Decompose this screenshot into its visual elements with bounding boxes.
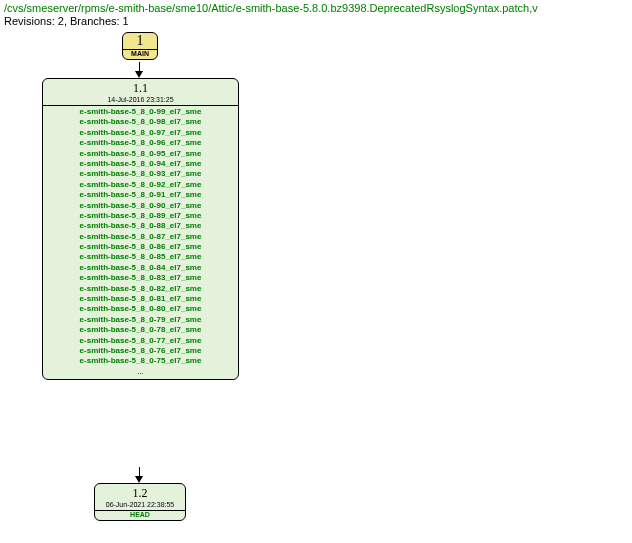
tag-item: e-smith-base-5_8_0-75_el7_sme	[47, 356, 234, 366]
tag-item: e-smith-base-5_8_0-88_el7_sme	[47, 221, 234, 231]
revision-number: 1.2	[95, 484, 185, 501]
tag-item: e-smith-base-5_8_0-85_el7_sme	[47, 252, 234, 262]
tag-item: e-smith-base-5_8_0-99_el7_sme	[47, 107, 234, 117]
revision-node-1-2[interactable]: 1.2 06-Jun-2021 22:38:55 HEAD	[94, 483, 186, 521]
revision-node-1-1[interactable]: 1.1 14-Jul-2016 23:31:25 e-smith-base-5_…	[42, 78, 239, 380]
tag-item: e-smith-base-5_8_0-96_el7_sme	[47, 138, 234, 148]
tag-item: e-smith-base-5_8_0-86_el7_sme	[47, 242, 234, 252]
revision-number: 1.1	[43, 79, 238, 96]
tag-item: e-smith-base-5_8_0-83_el7_sme	[47, 273, 234, 283]
tag-item: e-smith-base-5_8_0-78_el7_sme	[47, 325, 234, 335]
branch-label: MAIN	[123, 50, 157, 59]
branch-number: 1	[123, 33, 157, 49]
tag-item: e-smith-base-5_8_0-93_el7_sme	[47, 169, 234, 179]
tag-list: e-smith-base-5_8_0-99_el7_smee-smith-bas…	[43, 106, 238, 379]
tag-item: e-smith-base-5_8_0-97_el7_sme	[47, 128, 234, 138]
tag-item: e-smith-base-5_8_0-90_el7_sme	[47, 201, 234, 211]
graph-area: 1 MAIN 1.1 14-Jul-2016 23:31:25 e-smith-…	[0, 29, 632, 539]
tag-item: e-smith-base-5_8_0-91_el7_sme	[47, 190, 234, 200]
header: /cvs/smeserver/rpms/e-smith-base/sme10/A…	[0, 0, 632, 29]
tag-item: e-smith-base-5_8_0-80_el7_sme	[47, 304, 234, 314]
tag-item: e-smith-base-5_8_0-98_el7_sme	[47, 117, 234, 127]
tag-item: e-smith-base-5_8_0-87_el7_sme	[47, 232, 234, 242]
tag-item: e-smith-base-5_8_0-84_el7_sme	[47, 263, 234, 273]
tag-item: e-smith-base-5_8_0-94_el7_sme	[47, 159, 234, 169]
tag-item: e-smith-base-5_8_0-81_el7_sme	[47, 294, 234, 304]
tag-item: e-smith-base-5_8_0-95_el7_sme	[47, 149, 234, 159]
arrowhead-icon	[135, 476, 143, 483]
revision-stats: Revisions: 2, Branches: 1	[4, 15, 628, 27]
tag-item: e-smith-base-5_8_0-82_el7_sme	[47, 284, 234, 294]
file-path: /cvs/smeserver/rpms/e-smith-base/sme10/A…	[4, 2, 628, 14]
tag-item: e-smith-base-5_8_0-79_el7_sme	[47, 315, 234, 325]
tag-item: e-smith-base-5_8_0-77_el7_sme	[47, 336, 234, 346]
revision-date: 06-Jun-2021 22:38:55	[95, 501, 185, 510]
arrowhead-icon	[135, 71, 143, 78]
tag-item: e-smith-base-5_8_0-92_el7_sme	[47, 180, 234, 190]
tag-ellipsis: ...	[47, 367, 234, 377]
head-label: HEAD	[95, 511, 185, 520]
branch-node-main[interactable]: 1 MAIN	[122, 32, 158, 60]
tag-item: e-smith-base-5_8_0-89_el7_sme	[47, 211, 234, 221]
revision-date: 14-Jul-2016 23:31:25	[43, 96, 238, 105]
tag-item: e-smith-base-5_8_0-76_el7_sme	[47, 346, 234, 356]
